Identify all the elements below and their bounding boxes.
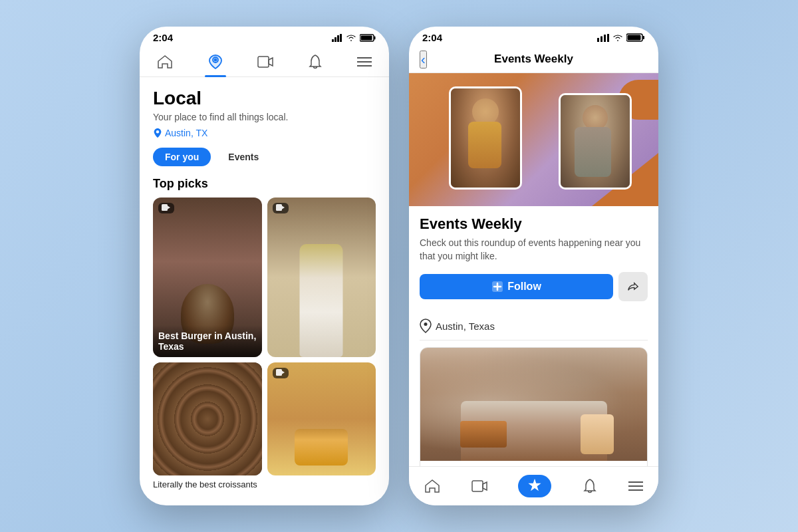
svg-rect-5 xyxy=(374,36,376,39)
card-burger-overlay: Best Burger in Austin, Texas xyxy=(153,325,262,357)
left-time: 2:04 xyxy=(153,32,173,43)
svg-point-26 xyxy=(424,323,428,326)
card-fashion[interactable] xyxy=(267,198,376,357)
back-button[interactable]: ‹ xyxy=(420,51,427,68)
card-burger-caption: Best Burger in Austin, Texas xyxy=(158,331,256,352)
right-phone: 2:04 xyxy=(409,27,658,505)
hero-image xyxy=(409,73,658,206)
right-battery-icon xyxy=(626,33,645,42)
svg-rect-21 xyxy=(607,34,609,42)
bell-icon-left xyxy=(308,54,323,70)
page-title-local: Local xyxy=(153,88,376,109)
svg-rect-1 xyxy=(334,37,336,42)
card-burger-image[interactable]: Best Burger in Austin, Texas xyxy=(153,198,262,357)
tab-events[interactable]: Events xyxy=(216,148,271,166)
phones-container: 2:04 xyxy=(140,27,658,505)
svg-rect-24 xyxy=(628,35,641,41)
events-weekly-title: Events Weekly xyxy=(420,215,648,233)
tabs-row: For you Events xyxy=(153,148,376,166)
svg-rect-9 xyxy=(258,57,269,67)
location-text: Austin, TX xyxy=(165,128,207,138)
card-pastry-image[interactable] xyxy=(153,362,262,475)
hero-photo-left xyxy=(449,86,522,190)
svg-rect-6 xyxy=(361,35,372,40)
wifi-icon xyxy=(346,34,356,42)
nav-menu[interactable] xyxy=(349,54,380,70)
bottom-home-icon xyxy=(424,479,440,493)
svg-point-13 xyxy=(156,130,159,133)
bottom-video-icon xyxy=(471,479,487,493)
svg-rect-19 xyxy=(600,36,602,42)
svg-rect-2 xyxy=(337,35,339,42)
svg-rect-23 xyxy=(643,36,645,39)
card-sandwich-image[interactable] xyxy=(267,362,376,475)
bottom-bell-icon xyxy=(583,478,597,494)
bottom-nav-video[interactable] xyxy=(465,477,494,495)
left-nav-bar xyxy=(140,46,389,77)
left-status-bar: 2:04 xyxy=(140,27,389,46)
location-link[interactable]: Austin, TX xyxy=(153,128,376,138)
location-pin-right xyxy=(420,319,432,333)
svg-rect-17 xyxy=(276,369,282,376)
hero-photo-right xyxy=(559,93,632,190)
right-bottom-nav xyxy=(409,466,658,505)
nav-notifications[interactable] xyxy=(300,51,331,72)
section-title: Top picks xyxy=(153,177,376,191)
svg-rect-15 xyxy=(276,204,282,211)
detail-header: ‹ Events Weekly xyxy=(409,46,658,73)
location-pin-icon xyxy=(153,128,162,138)
card-burger[interactable]: Best Burger in Austin, Texas xyxy=(153,198,262,357)
event-image xyxy=(420,348,647,461)
events-weekly-desc: Check out this roundup of events happeni… xyxy=(420,237,648,263)
svg-rect-20 xyxy=(604,35,606,42)
play-icon-1 xyxy=(162,204,171,212)
follow-icon xyxy=(491,281,503,293)
bottom-nav-menu[interactable] xyxy=(622,478,650,494)
location-text-right: Austin, Texas xyxy=(436,321,495,332)
nav-video[interactable] xyxy=(249,53,281,71)
follow-button[interactable]: Follow xyxy=(420,274,613,299)
bottom-nav-local[interactable] xyxy=(511,472,558,500)
nav-home[interactable] xyxy=(149,52,181,72)
detail-title: Events Weekly xyxy=(494,53,573,66)
top-picks-grid: Best Burger in Austin, Texas xyxy=(153,198,376,489)
bottom-menu-icon xyxy=(628,481,643,491)
right-status-bar: 2:04 xyxy=(409,27,658,46)
page-info: Events Weekly Check out this roundup of … xyxy=(409,206,658,315)
play-icon-2 xyxy=(276,204,285,212)
follow-label: Follow xyxy=(507,281,541,293)
svg-rect-3 xyxy=(340,34,342,42)
bottom-nav-notifications[interactable] xyxy=(576,475,604,497)
menu-icon-left xyxy=(357,57,372,67)
video-badge-4 xyxy=(273,368,289,378)
video-badge-1 xyxy=(158,203,174,213)
battery-icon xyxy=(360,34,376,42)
location-icon-nav xyxy=(207,54,223,70)
svg-point-8 xyxy=(213,59,217,62)
card-pastry-caption: Literally the best croissants in the Mis… xyxy=(153,479,262,489)
card-sandwich[interactable] xyxy=(267,362,376,489)
card-pastry[interactable]: Literally the best croissants in the Mis… xyxy=(153,362,262,489)
nav-local[interactable] xyxy=(200,51,231,72)
svg-rect-18 xyxy=(597,38,599,42)
bottom-nav-home[interactable] xyxy=(418,476,447,496)
left-content: Local Your place to find all things loca… xyxy=(140,77,389,489)
svg-rect-0 xyxy=(332,39,334,42)
bottom-star-icon xyxy=(527,477,542,492)
bottom-local-active-bg xyxy=(518,475,551,497)
card-fashion-image[interactable] xyxy=(267,198,376,357)
tab-for-you[interactable]: For you xyxy=(153,148,211,166)
play-icon-4 xyxy=(276,369,285,377)
svg-rect-27 xyxy=(472,481,483,491)
action-row: Follow xyxy=(420,272,648,301)
home-icon xyxy=(157,55,173,69)
page-subtitle: Your place to find all things local. xyxy=(153,112,376,122)
card-pastry-caption-row: Literally the best croissants in the Mis… xyxy=(153,475,262,489)
video-badge-2 xyxy=(273,203,289,213)
right-signal-icon xyxy=(597,34,609,42)
right-status-icons xyxy=(597,33,645,42)
share-icon xyxy=(627,281,639,293)
left-status-icons xyxy=(332,34,376,42)
location-row: Austin, Texas xyxy=(420,315,648,340)
share-button[interactable] xyxy=(618,272,648,301)
